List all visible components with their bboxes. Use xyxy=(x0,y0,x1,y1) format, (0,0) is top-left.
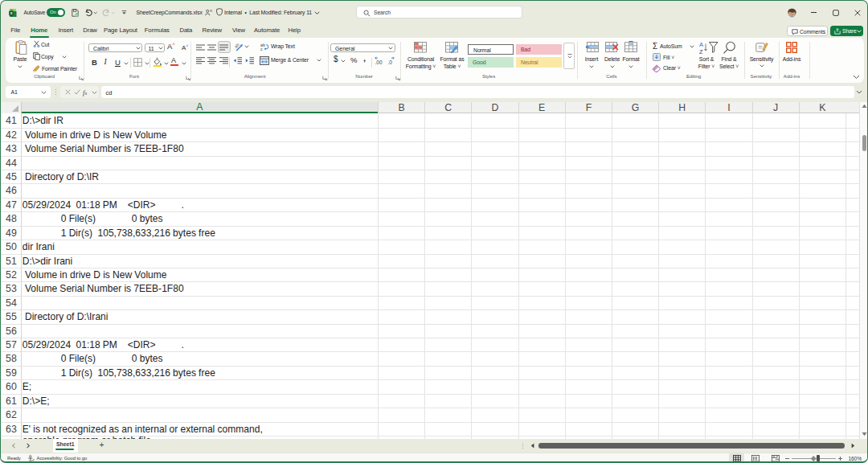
svg-text:x: x xyxy=(10,10,13,15)
svg-text:.0: .0 xyxy=(388,59,393,64)
svg-text:Z: Z xyxy=(699,48,703,55)
svg-text:R: R xyxy=(210,9,212,13)
svg-text:c: c xyxy=(260,47,263,51)
svg-text:.00: .00 xyxy=(375,59,383,64)
